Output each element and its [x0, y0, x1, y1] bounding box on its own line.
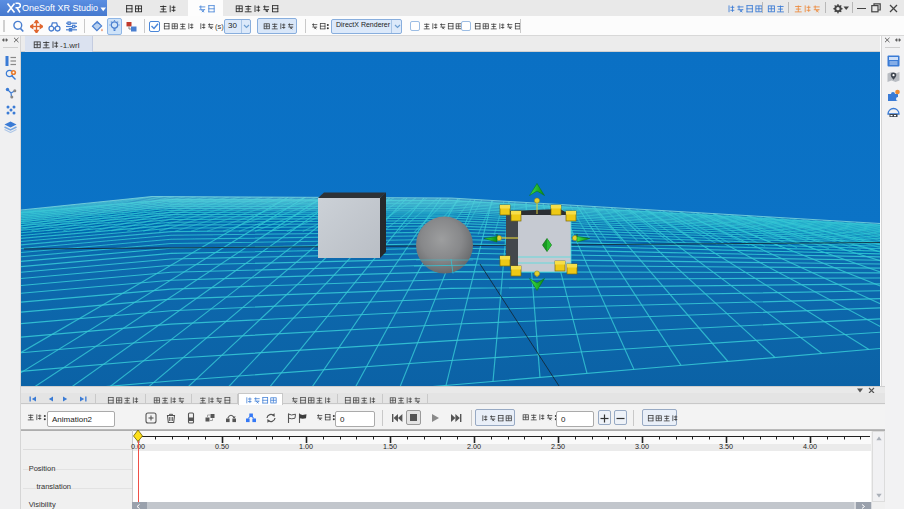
svg-text:3.50: 3.50: [719, 442, 733, 451]
svg-text:2.50: 2.50: [551, 442, 565, 451]
svg-text:4.00: 4.00: [803, 442, 817, 451]
svg-text:1.00: 1.00: [299, 442, 313, 451]
svg-text:2.00: 2.00: [467, 442, 481, 451]
svg-text:0.50: 0.50: [215, 442, 229, 451]
svg-text:1.50: 1.50: [383, 442, 397, 451]
svg-text:3.00: 3.00: [635, 442, 649, 451]
